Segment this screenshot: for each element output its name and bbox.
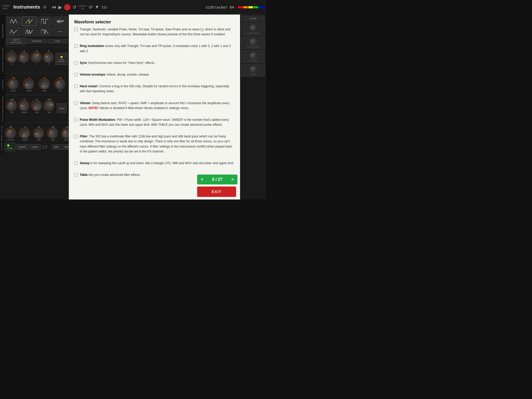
filter-reset-knob[interactable] xyxy=(250,38,257,45)
top-bar: SONG EDIT Instruments ⚙ ⏮ ▶ ↺ COUNTIN ⟳ … xyxy=(0,0,266,15)
pw-min-knob-container: 0 MIN xyxy=(31,98,43,113)
cutoff-knob[interactable] xyxy=(4,127,18,140)
listen-knob[interactable] xyxy=(250,66,257,73)
rewind-button[interactable]: ⏮ xyxy=(52,4,56,10)
clear-btn[interactable]: CLEAR xyxy=(241,16,265,22)
pulse-mod-section: PULSE MODULATION 183 PW 72 SWEEP 0 xyxy=(0,95,69,123)
help-checkbox-2[interactable] xyxy=(74,61,78,65)
help-text-8: Sweep is for sweeping the cutoff up and … xyxy=(80,161,234,166)
wave-noise-btn[interactable] xyxy=(53,17,68,26)
count-in-label: COUNTIN xyxy=(78,5,87,10)
filter-band-btn[interactable]: BAND xyxy=(16,144,29,150)
pw-max-knob[interactable] xyxy=(43,99,56,113)
help-item-6: Pulse Width Modulation: PW = Pulse width… xyxy=(74,117,235,131)
filter-sweep-knob-container: -4 SWEEP xyxy=(18,126,31,141)
waveform-content: — 0 A#7 0 WAVETABLE RINGMOD SYNC xyxy=(5,15,69,46)
record-button[interactable] xyxy=(64,4,70,10)
filter-off-btn[interactable]: OFF xyxy=(52,144,61,150)
help-text-0: Triangle, Sawtooth, variable Pulse, Nois… xyxy=(80,27,235,37)
instrument-editor: WAVEFORM xyxy=(0,15,69,200)
release-knob-container: 8 R xyxy=(43,50,55,65)
decay-knob-container: 8 D xyxy=(19,50,30,65)
arrow-down-icon[interactable]: ▼ xyxy=(95,4,99,10)
pw-knob-container: 183 PW xyxy=(6,98,18,113)
amp-knob-container: 0 AMP xyxy=(37,77,52,92)
pw-min-knob[interactable] xyxy=(30,99,44,113)
sync-btn[interactable]: SYNC xyxy=(48,39,68,43)
filter-low-btn[interactable]: LOW xyxy=(4,143,16,151)
wave-pulse-btn[interactable] xyxy=(37,17,52,26)
hard-restart-btn[interactable]: HARD RESTART xyxy=(56,53,68,65)
sustain-side-knob[interactable] xyxy=(250,52,257,59)
help-item-2: Sync Synchronizes two voices for "Hard S… xyxy=(74,61,235,69)
filter-max-knob[interactable] xyxy=(46,127,60,141)
vib-inc-knob[interactable] xyxy=(53,77,67,91)
wave-triangle-btn[interactable] xyxy=(6,17,21,26)
attack-knob[interactable] xyxy=(5,51,19,64)
sustain-knob-wrapper xyxy=(32,53,42,63)
decay-knob[interactable] xyxy=(17,51,31,64)
help-checkbox-6[interactable] xyxy=(74,118,78,122)
help-checkbox-1[interactable] xyxy=(74,44,78,48)
wave-sawtooth-btn[interactable] xyxy=(22,17,37,26)
filter-table-btn[interactable]: TABLE xyxy=(62,144,69,150)
ringmod-btn[interactable]: RINGMOD xyxy=(27,39,47,43)
help-text-1: Ring modulation works only with Triangle… xyxy=(80,44,235,54)
help-checkbox-4[interactable] xyxy=(74,84,78,88)
pulse-mod-knob-row: 183 PW 72 SWEEP 0 MIN 2 xyxy=(6,97,68,114)
help-text-2: Sync Synchronizes two voices for "Hard S… xyxy=(80,61,155,65)
app-branding: sidtracker 64 xyxy=(205,5,263,9)
help-item-3: Volume envelope: Attack, decay, sustain,… xyxy=(74,72,235,81)
vol-env-knob-row: 0 A 8 D xyxy=(6,49,68,66)
pulse-reset-knob[interactable] xyxy=(250,24,257,32)
release-knob[interactable] xyxy=(42,51,56,64)
pulse-mod-content: 183 PW 72 SWEEP 0 MIN 2 xyxy=(5,95,69,122)
help-item-0: Triangle, Sawtooth, variable Pulse, Nois… xyxy=(74,27,235,41)
wave-nowave-btn[interactable]: — xyxy=(53,27,68,36)
help-text-3: Volume envelope: Attack, decay, sustain,… xyxy=(80,72,149,77)
help-item-4: Hard restart: Corrects a bug in the SID-… xyxy=(74,84,235,97)
help-checkbox-8[interactable] xyxy=(74,161,78,165)
sustain-container: SUSTAIN xyxy=(241,50,265,63)
pw-table-btn[interactable]: TABLE xyxy=(57,103,67,113)
vol-env-content: 0 A 8 D xyxy=(5,47,69,73)
help-checkbox-0[interactable] xyxy=(74,28,78,31)
wave-tripulse-btn[interactable] xyxy=(22,27,37,36)
filter-mod-knob-row: 80 CUTOFF -4 SWEEP 10 MIN xyxy=(4,125,69,142)
filter-high-btn[interactable]: HIGH xyxy=(29,144,41,150)
attack-knob-wrapper xyxy=(7,53,17,63)
loop-icon[interactable]: ↺ xyxy=(72,4,76,10)
help-item-5: Vibrato: Delay before start, RATE = spee… xyxy=(74,101,235,114)
help-text-7: Filter: The SID has a multimode filter w… xyxy=(80,134,235,154)
prev-page-btn[interactable]: < xyxy=(197,175,207,184)
help-checkbox-5[interactable] xyxy=(74,101,78,105)
app-name: sidtracker 64 xyxy=(205,5,234,9)
exit-button[interactable]: EXIT xyxy=(197,187,236,197)
gear-icon[interactable]: ⚙ xyxy=(43,5,46,10)
help-text-6: Pulse Width Modulation: PW = Pulse width… xyxy=(80,117,235,127)
help-text-5: Vibrato: Delay before start, RATE = spee… xyxy=(80,101,235,111)
vibrato-label: VIBRATO xyxy=(0,74,5,95)
help-title: Waveform selector xyxy=(74,20,235,24)
next-page-btn[interactable]: > xyxy=(228,175,237,184)
help-text-4: Hard restart: Corrects a bug in the SID-… xyxy=(80,84,235,94)
help-item-7: Filter: The SID has a multimode filter w… xyxy=(74,134,235,158)
help-checkbox-3[interactable] xyxy=(74,73,78,76)
help-panel: Waveform selector Triangle, Sawtooth, va… xyxy=(69,15,240,200)
vib-amp-knob[interactable] xyxy=(38,77,52,91)
wave-sawpulse-btn[interactable] xyxy=(37,27,52,36)
help-checkbox-9[interactable] xyxy=(74,173,78,177)
filter-mod-section: FILTER MODULATION 80 CUTOFF -4 SWEEP 10 xyxy=(0,123,69,153)
metronome-icon[interactable]: ⟳ xyxy=(89,4,93,10)
filter-mod-label: FILTER MODULATION xyxy=(0,123,3,153)
vib-delay-knob[interactable] xyxy=(6,77,21,91)
far-right-panel: CLEAR PULSE RESET FILTER RESET SUSTAIN L… xyxy=(240,15,266,200)
filter-sweep-knob[interactable] xyxy=(18,127,32,140)
volume-envelope-section: VOLUME ENVELOPE 0 A 8 xyxy=(0,47,69,74)
play-button[interactable]: ▶ xyxy=(58,4,62,10)
help-text-9: Table lets you create advanced filter ef… xyxy=(80,172,141,177)
wave-trisaw-btn[interactable] xyxy=(6,27,21,36)
song-edit-label: SONG EDIT xyxy=(3,4,10,10)
help-checkbox-7[interactable] xyxy=(74,135,78,138)
help-item-8: Sweep is for sweeping the cutoff up and … xyxy=(74,161,235,169)
